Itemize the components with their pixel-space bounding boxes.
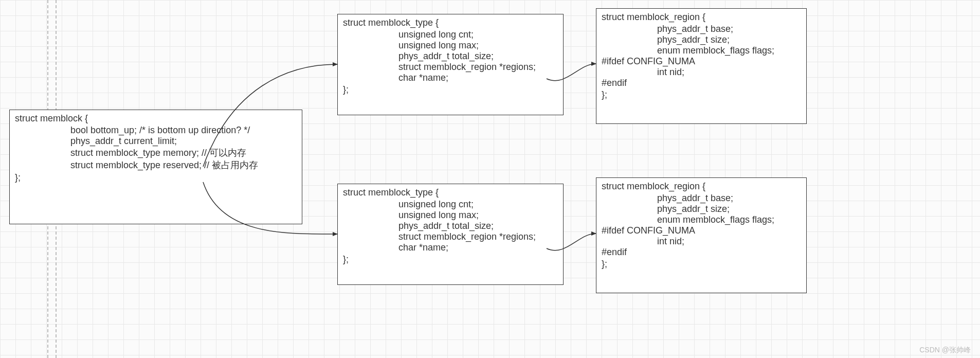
watermark-text: CSDN @张帅峰	[919, 346, 971, 355]
struct-memblock-region-field-base: phys_addr_t base;	[602, 24, 801, 34]
struct-memblock-type-close: };	[343, 254, 558, 265]
struct-memblock-type-field-cnt: unsigned long cnt;	[343, 199, 558, 210]
diagram-canvas: struct memblock { bool bottom_up; /* is …	[0, 0, 980, 358]
struct-memblock-field-current-limit: phys_addr_t current_limit;	[15, 136, 297, 147]
struct-memblock-region-title: struct memblock_region {	[602, 12, 801, 23]
struct-memblock-field-bottom-up: bool bottom_up; /* is bottom up directio…	[15, 125, 297, 136]
struct-memblock-region-close: };	[602, 259, 801, 270]
struct-memblock-type-field-name: char *name;	[343, 242, 558, 253]
struct-memblock-region-field-nid: int nid;	[602, 236, 801, 247]
struct-memblock-region-endif: #endif	[602, 247, 801, 258]
struct-memblock-field-reserved: struct memblock_type reserved; // 被占用内存	[15, 159, 297, 171]
struct-memblock-type-field-regions: struct memblock_region *regions;	[343, 62, 558, 73]
struct-memblock-type-field-cnt: unsigned long cnt;	[343, 29, 558, 40]
struct-memblock-region-endif: #endif	[602, 78, 801, 88]
struct-memblock-region-field-flags: enum memblock_flags flags;	[602, 45, 801, 56]
struct-memblock-type-field-total-size: phys_addr_t total_size;	[343, 51, 558, 62]
struct-memblock-region-ifdef: #ifdef CONFIG_NUMA	[602, 225, 801, 236]
struct-memblock-region-field-base: phys_addr_t base;	[602, 193, 801, 204]
struct-memblock-region-box-bottom: struct memblock_region { phys_addr_t bas…	[596, 177, 807, 293]
struct-memblock-region-title: struct memblock_region {	[602, 181, 801, 192]
struct-memblock-title: struct memblock {	[15, 113, 297, 124]
struct-memblock-type-box-bottom: struct memblock_type { unsigned long cnt…	[337, 184, 564, 285]
struct-memblock-type-field-regions: struct memblock_region *regions;	[343, 231, 558, 242]
struct-memblock-region-field-nid: int nid;	[602, 67, 801, 78]
struct-memblock-close: };	[15, 172, 297, 183]
struct-memblock-type-close: };	[343, 84, 558, 95]
struct-memblock-region-close: };	[602, 90, 801, 100]
struct-memblock-field-memory: struct memblock_type memory; // 可以内存	[15, 147, 297, 159]
struct-memblock-type-field-total-size: phys_addr_t total_size;	[343, 221, 558, 231]
struct-memblock-region-box-top: struct memblock_region { phys_addr_t bas…	[596, 8, 807, 124]
struct-memblock-box: struct memblock { bool bottom_up; /* is …	[9, 110, 302, 224]
struct-memblock-type-field-max: unsigned long max;	[343, 40, 558, 51]
struct-memblock-region-field-flags: enum memblock_flags flags;	[602, 214, 801, 225]
struct-memblock-type-title: struct memblock_type {	[343, 187, 558, 198]
struct-memblock-region-ifdef: #ifdef CONFIG_NUMA	[602, 56, 801, 67]
struct-memblock-type-title: struct memblock_type {	[343, 17, 558, 28]
struct-memblock-region-field-size: phys_addr_t size;	[602, 34, 801, 45]
struct-memblock-type-box-top: struct memblock_type { unsigned long cnt…	[337, 14, 564, 115]
struct-memblock-type-field-name: char *name;	[343, 73, 558, 83]
struct-memblock-type-field-max: unsigned long max;	[343, 210, 558, 221]
struct-memblock-region-field-size: phys_addr_t size;	[602, 204, 801, 214]
